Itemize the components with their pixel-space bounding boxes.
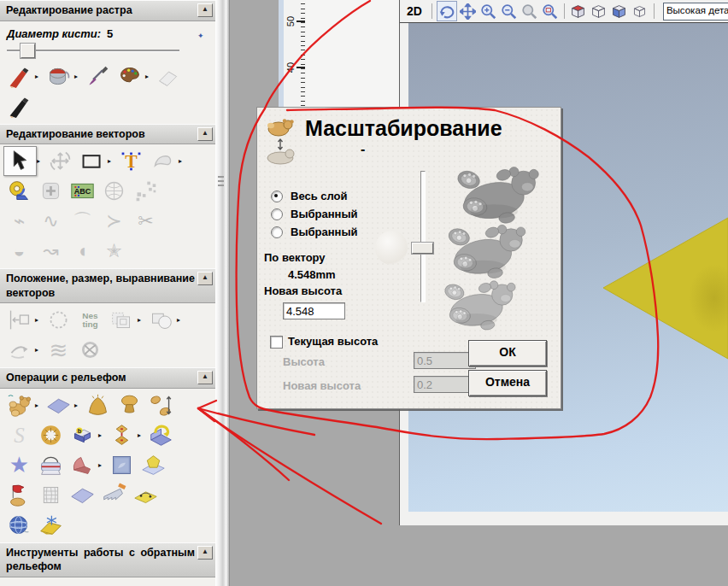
radio-selected-1[interactable]: Выбранный [271,208,358,220]
pan-view-icon[interactable] [459,2,478,21]
zoom-previous-icon[interactable] [520,2,539,21]
offset-arrow-icon[interactable]: ↝ [35,237,67,265]
new-height-input[interactable] [283,302,345,319]
block-insert-icon[interactable] [35,177,67,205]
collapse-button[interactable]: ▲ [197,127,213,141]
2d-mode-button[interactable]: 2D [407,4,422,18]
offset-relief-icon[interactable] [138,451,169,479]
zoom-in-icon[interactable] [479,2,498,21]
view-iso-red-icon[interactable] [569,2,588,21]
star-relief-icon[interactable]: ★ [3,451,35,479]
relief-wave-icon[interactable]: ∿ [35,207,67,235]
radio-icon[interactable] [271,208,283,220]
text-on-curve-icon[interactable] [43,306,74,334]
collapse-button[interactable]: ▲ [197,3,213,17]
cut-vectors-icon[interactable]: ✂ [130,207,161,235]
flyout-arrow-icon[interactable]: ▸ [98,461,106,469]
zoom-out-icon[interactable] [500,2,519,21]
view-wireframe-icon[interactable] [590,2,608,21]
flyout-arrow-icon[interactable]: ▸ [108,157,115,165]
sharp-corner-icon[interactable]: ≻ [98,207,130,235]
nest-rectangles-icon[interactable] [106,306,138,334]
align-vectors-icon[interactable] [3,306,35,334]
two-rail-ring-icon[interactable] [106,421,138,449]
flyout-arrow-icon[interactable]: ▸ [74,401,82,409]
color-palette-icon[interactable] [114,62,145,91]
distortion-waves-icon[interactable]: ≋ [43,336,74,364]
flyout-arrow-icon[interactable]: ▸ [145,73,153,80]
dome-on-plane-icon[interactable] [130,481,161,509]
flyout-arrow-icon[interactable]: ▸ [98,431,106,439]
measure-tool-icon[interactable] [3,177,35,205]
collapse-button[interactable]: ▲ [197,272,213,285]
flyout-arrow-icon[interactable]: ▸ [35,401,43,409]
rotate-view-icon[interactable] [437,1,457,21]
nesting-icon[interactable] [74,306,106,334]
inflate-relief-icon[interactable] [114,391,145,419]
slice-saw-icon[interactable] [98,481,130,509]
flyout-arrow-icon[interactable]: ▸ [179,157,186,165]
relief-plane-icon[interactable] [43,391,74,419]
collapse-button[interactable]: ▲ [197,371,213,384]
view-solid-blue-icon[interactable] [610,2,629,21]
draw-pen-icon[interactable] [3,92,35,120]
paste-array-icon[interactable] [130,177,161,205]
cancel-button[interactable]: Отмена [468,370,547,396]
turn-relief-icon[interactable] [3,481,35,509]
current-height-checkbox[interactable] [270,336,283,349]
eraser-icon[interactable] [153,62,185,91]
transform-vectors-icon[interactable] [44,147,76,175]
back-relief-gem-icon[interactable] [3,580,35,586]
radio-icon[interactable] [271,226,283,238]
color-picker-icon[interactable] [82,62,114,91]
dome-tool-icon[interactable]: ◒ [3,237,35,265]
flyout-arrow-icon[interactable]: ▸ [35,316,43,324]
brush-diameter-slider[interactable] [5,43,210,57]
back-relief-plane-icon[interactable] [35,580,67,586]
radio-whole-layer[interactable]: Весь слой [271,190,348,202]
half-mirror-icon[interactable]: ◖ [67,237,98,265]
wrap-sphere-relief-icon[interactable] [3,511,35,539]
flood-fill-icon[interactable] [43,62,74,91]
envelope-knot-icon[interactable] [74,336,106,364]
flyout-arrow-icon[interactable]: ▸ [35,346,43,354]
sidebar-splitter[interactable] [215,0,230,586]
collapse-button[interactable]: ▲ [197,546,213,560]
tilt-plane-icon[interactable] [67,481,98,509]
view-wireframe-2-icon[interactable] [631,2,649,21]
radio-icon[interactable] [271,190,283,202]
radio-selected-2[interactable]: Выбранный [271,226,358,238]
create-rectangle-icon[interactable] [76,147,108,175]
flyout-arrow-icon[interactable]: ▸ [177,316,185,324]
relief-teddy-icon[interactable] [3,391,35,419]
slider-thumb[interactable] [21,44,35,58]
join-nodes-icon[interactable]: ⌁ [3,207,35,235]
group-merge-icon[interactable] [145,306,177,334]
flyout-arrow-icon[interactable]: ▸ [35,73,43,80]
flyout-arrow-icon[interactable]: ▸ [138,431,145,439]
smooth-relief-icon[interactable] [82,391,114,419]
vector-doctor-icon[interactable] [147,147,179,175]
weave-texture-icon[interactable] [35,421,67,449]
sculpt-smooth-icon[interactable]: S [3,421,35,449]
paint-brush-icon[interactable] [3,62,35,91]
unwrap-relief-icon[interactable] [35,511,67,539]
ok-button[interactable]: ОК [468,340,547,366]
star-tool-icon[interactable]: ✭ [98,237,130,265]
flyout-arrow-icon[interactable]: ▸ [37,157,44,165]
flyout-arrow-icon[interactable]: ▸ [138,316,145,324]
texture-stamp-icon[interactable] [106,451,138,479]
create-text-icon[interactable] [115,147,147,175]
carve-slice-icon[interactable] [67,451,98,479]
scale-relief-height-icon[interactable] [145,391,177,419]
flyout-arrow-icon[interactable]: ▸ [74,73,82,80]
detail-level-dropdown[interactable]: Высокая детализа [663,3,728,21]
distort-grid-icon[interactable] [98,177,130,205]
back-relief-gray-icon[interactable] [67,580,98,586]
select-vectors-icon[interactable] [3,146,37,176]
zoom-fit-icon[interactable] [541,2,560,21]
emboss-press-icon[interactable] [35,451,67,479]
cage-deform-icon[interactable] [35,481,67,509]
mirror-flip-icon[interactable] [3,336,35,364]
text-editor-abc-icon[interactable] [67,177,98,205]
